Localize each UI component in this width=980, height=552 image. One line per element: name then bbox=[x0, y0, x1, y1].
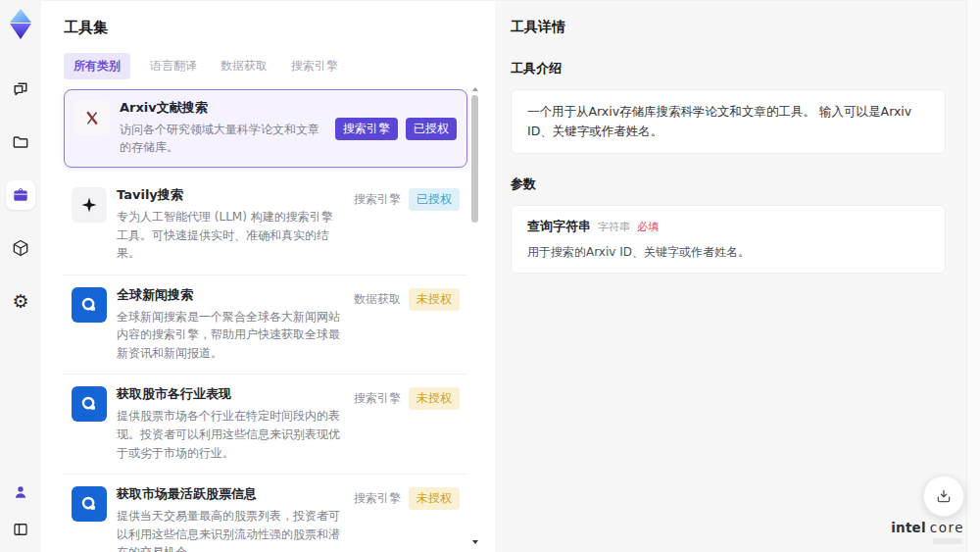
params-card: 查询字符串 字符串 必填 用于搜索的Arxiv ID、关键字或作者姓名。 bbox=[511, 205, 946, 274]
blue-search-icon bbox=[72, 486, 107, 522]
tool-card[interactable]: 获取市场最活跃股票信息 提供当天交易量最高的股票列表，投资者可以利用这些信息来识… bbox=[64, 475, 467, 552]
tool-auth-badge: 未授权 bbox=[409, 387, 460, 410]
category-tabs: 所有类别语言翻译数据获取搜索引擎 bbox=[64, 53, 469, 79]
param-required-flag: 必填 bbox=[637, 220, 659, 234]
folder-icon[interactable] bbox=[6, 127, 35, 157]
tool-card[interactable]: Arxiv文献搜索 访问各个研究领域大量科学论文和文章的存储库。 搜索引擎 已授… bbox=[64, 89, 467, 168]
tool-list-pane: 工具集 所有类别语言翻译数据获取搜索引擎 Arxiv文献搜索 访问各个研究领域大… bbox=[41, 0, 495, 552]
package-icon[interactable] bbox=[6, 233, 35, 263]
sidebar: ⚙ bbox=[0, 0, 41, 552]
list-scrollbar[interactable] bbox=[471, 87, 479, 546]
param-description: 用于搜索的Arxiv ID、关键字或作者姓名。 bbox=[527, 244, 929, 261]
tool-category-tag: 搜索引擎 bbox=[354, 487, 401, 510]
app-window: ⚙ 工具集 所有类别语言翻译数据获取搜索引擎 Arxiv文献搜 bbox=[0, 0, 980, 552]
tool-name: Tavily搜索 bbox=[117, 187, 344, 204]
param-row: 查询字符串 字符串 必填 用于搜索的Arxiv ID、关键字或作者姓名。 bbox=[527, 218, 929, 261]
arxiv-logo-icon bbox=[74, 100, 110, 135]
param-name: 查询字符串 bbox=[527, 218, 591, 235]
window-scrollbar-track[interactable] bbox=[966, 0, 980, 552]
download-button[interactable] bbox=[923, 476, 964, 517]
tool-tags: 数据获取 未授权 bbox=[354, 287, 460, 363]
param-type: 字符串 bbox=[598, 220, 630, 234]
tool-tags: 搜索引擎 未授权 bbox=[354, 486, 460, 552]
scroll-up-arrow-icon[interactable] bbox=[472, 87, 478, 91]
tool-tags: 搜索引擎 未授权 bbox=[354, 386, 460, 462]
tavily-star-icon bbox=[72, 187, 107, 223]
category-tab[interactable]: 数据获取 bbox=[217, 53, 271, 79]
tool-card[interactable]: Tavily搜索 专为人工智能代理 (LLM) 构建的搜索引擎工具。可快速提供实… bbox=[64, 176, 467, 276]
tool-description: 访问各个研究领域大量科学论文和文章的存储库。 bbox=[120, 121, 325, 157]
brand-sub-bar bbox=[933, 538, 962, 544]
tool-info: Arxiv文献搜索 访问各个研究领域大量科学论文和文章的存储库。 bbox=[120, 100, 325, 157]
scroll-down-arrow-icon[interactable] bbox=[472, 540, 478, 544]
params-heading: 参数 bbox=[511, 176, 946, 193]
intel-core-logo: intelcore bbox=[891, 521, 964, 544]
tool-description: 全球新闻搜索是一个聚合全球各大新闻网站内容的搜索引擎，帮助用户快速获取全球最新资… bbox=[117, 308, 344, 363]
tool-auth-badge: 已授权 bbox=[409, 188, 460, 211]
blue-search-icon bbox=[72, 287, 107, 323]
collapse-panel-icon[interactable] bbox=[8, 517, 33, 542]
intro-card: 一个用于从Arxiv存储库搜索科学论文和文章的工具。 输入可以是Arxiv ID… bbox=[511, 89, 946, 154]
category-tab[interactable]: 搜索引擎 bbox=[287, 53, 342, 79]
tool-tags: 搜索引擎 已授权 bbox=[335, 117, 457, 140]
sidebar-nav: ⚙ bbox=[6, 75, 35, 316]
tool-name: 获取市场最活跃股票信息 bbox=[117, 486, 344, 503]
core-wordmark: core bbox=[930, 520, 964, 535]
tool-info: Tavily搜索 专为人工智能代理 (LLM) 构建的搜索引擎工具。可快速提供实… bbox=[117, 187, 344, 263]
tool-info: 获取股市各行业表现 提供股票市场各个行业在特定时间段内的表现。投资者可以利用这些… bbox=[117, 386, 344, 462]
category-tab[interactable]: 所有类别 bbox=[64, 53, 130, 79]
tool-category-tag: 搜索引擎 bbox=[354, 188, 401, 211]
app-logo-icon[interactable] bbox=[6, 8, 35, 41]
settings-gear-icon[interactable]: ⚙ bbox=[6, 286, 35, 316]
tool-category-tag: 搜索引擎 bbox=[335, 118, 398, 140]
tool-name: 获取股市各行业表现 bbox=[117, 386, 344, 403]
user-avatar-icon[interactable] bbox=[8, 479, 33, 505]
tool-name: 全球新闻搜索 bbox=[117, 287, 344, 304]
chat-icon[interactable] bbox=[6, 75, 35, 104]
page-title: 工具集 bbox=[64, 19, 469, 37]
tool-category-tag: 搜索引擎 bbox=[354, 387, 401, 410]
scrollbar-thumb[interactable] bbox=[471, 95, 478, 223]
intel-wordmark: intel bbox=[891, 520, 925, 535]
tool-card[interactable]: 全球新闻搜索 全球新闻搜索是一个聚合全球各大新闻网站内容的搜索引擎，帮助用户快速… bbox=[64, 276, 467, 376]
toolbox-icon[interactable] bbox=[6, 180, 35, 210]
tool-list: Arxiv文献搜索 访问各个研究领域大量科学论文和文章的存储库。 搜索引擎 已授… bbox=[64, 89, 467, 552]
tool-auth-badge: 未授权 bbox=[409, 487, 460, 510]
tool-detail-panel: 工具详情 工具介绍 一个用于从Arxiv存储库搜索科学论文和文章的工具。 输入可… bbox=[495, 0, 980, 552]
blue-search-icon bbox=[72, 386, 107, 422]
tool-info: 全球新闻搜索 全球新闻搜索是一个聚合全球各大新闻网站内容的搜索引擎，帮助用户快速… bbox=[117, 287, 344, 363]
tool-description: 提供当天交易量最高的股票列表，投资者可以利用这些信息来识别流动性强的股票和潜在的… bbox=[117, 507, 344, 552]
sidebar-bottom bbox=[8, 479, 33, 542]
tool-tags: 搜索引擎 已授权 bbox=[354, 187, 460, 263]
intro-text: 一个用于从Arxiv存储库搜索科学论文和文章的工具。 输入可以是Arxiv ID… bbox=[527, 102, 929, 141]
tool-auth-badge: 未授权 bbox=[409, 288, 460, 311]
detail-title: 工具详情 bbox=[511, 19, 946, 36]
tool-category-tag: 数据获取 bbox=[354, 288, 401, 311]
tool-info: 获取市场最活跃股票信息 提供当天交易量最高的股票列表，投资者可以利用这些信息来识… bbox=[117, 486, 344, 552]
tool-name: Arxiv文献搜索 bbox=[120, 100, 325, 117]
tool-description: 专为人工智能代理 (LLM) 构建的搜索引擎工具。可快速提供实时、准确和真实的结… bbox=[117, 208, 344, 263]
tool-card[interactable]: 获取股市各行业表现 提供股票市场各个行业在特定时间段内的表现。投资者可以利用这些… bbox=[64, 375, 467, 475]
intro-heading: 工具介绍 bbox=[511, 60, 946, 77]
tool-description: 提供股票市场各个行业在特定时间段内的表现。投资者可以利用这些信息来识别表现优于或… bbox=[117, 407, 344, 462]
category-tab[interactable]: 语言翻译 bbox=[146, 53, 201, 79]
tool-auth-badge: 已授权 bbox=[406, 118, 457, 140]
